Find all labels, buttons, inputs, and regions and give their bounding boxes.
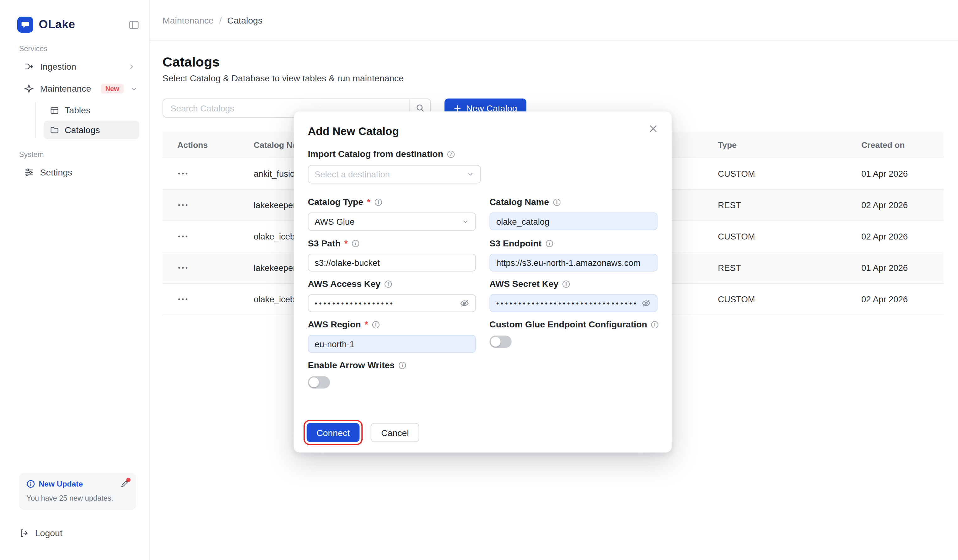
row-actions-menu-icon[interactable] (178, 172, 239, 176)
info-icon[interactable]: i (651, 320, 658, 328)
ingestion-icon (24, 62, 33, 71)
info-icon[interactable]: i (553, 198, 561, 206)
s3-endpoint-input[interactable] (496, 258, 651, 267)
sidebar: OLake Services Ingestion Maintenance New (0, 0, 150, 560)
custom-glue-endpoint-toggle[interactable] (489, 336, 512, 348)
svg-text:i: i (556, 199, 557, 205)
info-icon[interactable]: i (384, 280, 392, 287)
required-mark: * (344, 238, 348, 249)
logout-icon (19, 528, 29, 538)
chevron-down-icon (130, 85, 138, 93)
logout-button[interactable]: Logout (19, 528, 62, 538)
aws-secret-key-label: AWS Secret Key (489, 278, 558, 289)
svg-text:i: i (565, 281, 567, 286)
page-subtitle: Select Catalog & Database to view tables… (163, 73, 404, 83)
catalog-name-input[interactable] (496, 216, 651, 226)
aws-access-key-field: AWS Access Key i (308, 278, 476, 313)
connect-button[interactable]: Connect (307, 423, 360, 442)
plus-icon (454, 104, 462, 112)
cancel-button[interactable]: Cancel (371, 423, 419, 442)
sidebar-collapse-icon[interactable] (129, 19, 139, 30)
svg-text:i: i (654, 322, 656, 327)
catalog-type-label: Catalog Type (308, 197, 363, 208)
sidebar-item-label: Settings (40, 168, 72, 178)
sidebar-item-maintenance[interactable]: Maintenance New (12, 79, 139, 98)
catalog-type-cell: CUSTOM (703, 168, 847, 178)
enable-arrow-writes-toggle[interactable] (308, 376, 330, 388)
row-actions-menu-icon[interactable] (178, 297, 239, 301)
catalog-name-field: Catalog Name i (489, 197, 657, 231)
aws-region-field: AWS Region * i (308, 319, 476, 353)
aws-secret-key-input[interactable] (496, 299, 638, 307)
update-card: New Update You have 25 new updates. (19, 473, 136, 510)
aws-secret-key-field: AWS Secret Key i (489, 278, 657, 313)
destination-select[interactable]: Select a destination (308, 165, 481, 184)
created-on-cell: 02 Apr 2026 (847, 200, 944, 210)
modal-title: Add New Catalog (308, 124, 658, 138)
page-title: Catalogs (163, 54, 220, 70)
column-header-actions: Actions (163, 140, 239, 149)
destination-select-placeholder: Select a destination (314, 169, 390, 179)
svg-text:i: i (375, 322, 377, 327)
eye-invisible-icon[interactable] (460, 298, 469, 308)
logout-label: Logout (35, 528, 62, 538)
row-actions-menu-icon[interactable] (178, 266, 239, 270)
brand-name: OLake (39, 18, 75, 32)
import-catalog-label: Import Catalog from destination ? (308, 149, 658, 159)
table-icon (50, 105, 59, 114)
catalog-type-select[interactable]: AWS Glue (308, 213, 476, 231)
row-actions-menu-icon[interactable] (178, 203, 239, 207)
sidebar-item-tables[interactable]: Tables (44, 101, 139, 120)
add-new-catalog-modal: Add New Catalog Import Catalog from dest… (294, 111, 672, 453)
breadcrumb: Maintenance / Catalogs (163, 15, 262, 25)
enable-arrow-writes-label: Enable Arrow Writes (308, 359, 395, 370)
info-icon[interactable]: i (352, 239, 359, 247)
aws-region-label: AWS Region (308, 319, 361, 330)
catalog-type-cell: CUSTOM (703, 294, 847, 304)
created-on-cell: 01 Apr 2026 (847, 263, 944, 273)
update-card-message: You have 25 new updates. (26, 494, 129, 502)
breadcrumb-maintenance[interactable]: Maintenance (163, 15, 214, 25)
info-icon[interactable]: i (562, 280, 570, 287)
eye-invisible-icon[interactable] (642, 298, 651, 308)
s3-path-input[interactable] (314, 258, 469, 267)
sidebar-item-ingestion[interactable]: Ingestion (12, 57, 139, 76)
svg-text:i: i (377, 199, 379, 205)
s3-endpoint-label: S3 Endpoint (489, 238, 541, 249)
info-icon[interactable]: i (374, 198, 382, 206)
required-mark: * (365, 319, 368, 330)
chevron-down-icon (467, 170, 474, 178)
open-updates-button[interactable] (120, 480, 128, 488)
breadcrumb-separator: / (219, 15, 222, 25)
catalog-type-cell: CUSTOM (703, 232, 847, 241)
sidebar-section-services: Services (19, 44, 139, 53)
sidebar-item-label: Tables (65, 105, 90, 115)
info-icon[interactable]: i (398, 361, 406, 369)
sidebar-item-label: Ingestion (40, 62, 76, 71)
modal-footer: Connect Cancel (303, 420, 419, 445)
chevron-right-icon (127, 62, 135, 70)
catalog-type-value: AWS Glue (314, 217, 354, 226)
custom-glue-endpoint-label: Custom Glue Endpoint Configuration (489, 319, 647, 330)
info-icon[interactable]: i (372, 320, 379, 328)
svg-text:i: i (401, 362, 403, 368)
s3-path-label: S3 Path (308, 238, 341, 249)
sidebar-item-catalogs[interactable]: Catalogs (44, 121, 139, 139)
close-icon[interactable] (646, 122, 660, 135)
maintenance-subtree: Tables Catalogs (35, 101, 139, 140)
column-header-type: Type (703, 140, 847, 149)
custom-glue-endpoint-field: Custom Glue Endpoint Configuration i (489, 319, 657, 353)
svg-text:i: i (355, 240, 356, 246)
s3-endpoint-field: S3 Endpoint i (489, 238, 657, 271)
enable-arrow-writes-field: Enable Arrow Writes i (308, 359, 476, 388)
s3-path-field: S3 Path * i (308, 238, 476, 271)
row-actions-menu-icon[interactable] (178, 235, 239, 238)
svg-text:?: ? (449, 151, 452, 156)
info-icon[interactable]: i (545, 239, 553, 247)
sidebar-item-settings[interactable]: Settings (12, 163, 139, 182)
help-icon[interactable]: ? (447, 150, 455, 158)
created-on-cell: 02 Apr 2026 (847, 232, 944, 241)
aws-region-input[interactable] (314, 339, 469, 349)
sparkle-icon (24, 84, 33, 94)
aws-access-key-input[interactable] (314, 299, 456, 307)
